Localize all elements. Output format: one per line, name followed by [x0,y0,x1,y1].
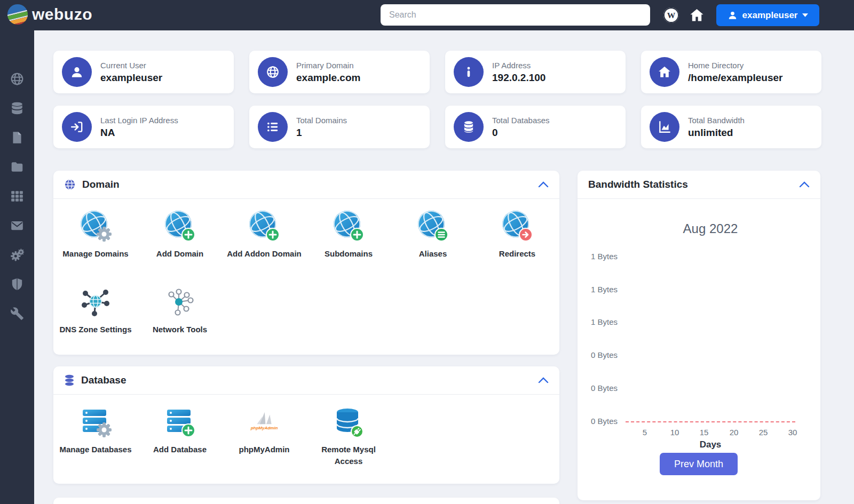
stat-card-home-directory: Home Directory /home/exampleuser [641,51,821,93]
tile-add-database[interactable]: Add Database [138,405,222,455]
stat-card-current-user: Current User exampleuser [53,51,234,93]
database-plug-icon [331,405,366,439]
chart-title: Aug 2022 [626,221,795,236]
sidebar-item-security[interactable] [10,277,24,291]
database-panel-header: Database [53,366,559,395]
webuzo-sphere-icon [6,3,29,26]
bandwidth-panel: Bandwidth Statistics Aug 2022 1 Bytes 1 … [578,171,820,500]
sidebar-item-mail[interactable] [10,219,24,233]
x-axis-label: Days [626,439,795,450]
tile-label: Aliases [419,248,447,260]
sidebar [0,30,34,504]
tile-redirects[interactable]: Redirects [475,210,559,260]
globe-gear-icon [78,210,113,244]
tile-subdomains[interactable]: Subdomains [306,210,391,260]
svg-text:W: W [667,11,676,20]
y-axis-tick: 1 Bytes [578,285,618,294]
phpmyadmin-wordmark: phpMyAdmin [250,426,278,430]
y-axis-tick: 0 Bytes [578,350,618,359]
user-menu-label: exampleuser [742,10,798,21]
tile-add-domain[interactable]: Add Domain [138,210,222,260]
phpmyadmin-logo: phpMyAdmin [247,405,281,439]
x-axis-tick: 30 [782,428,803,437]
y-axis-tick: 1 Bytes [578,317,618,326]
bandwidth-panel-header: Bandwidth Statistics [578,171,820,199]
globe-icon [64,179,76,190]
wordpress-icon[interactable]: W [663,7,679,26]
domain-panel-header: Domain [53,171,559,199]
collapse-database-button[interactable] [537,376,550,386]
prev-month-button[interactable]: Prev Month [660,453,738,475]
stat-value: 192.0.2.100 [492,72,545,84]
x-axis-tick: 10 [664,428,685,437]
info-icon [454,57,484,87]
stat-card-primary-domain: Primary Domain example.com [249,51,430,93]
y-axis-tick: 1 Bytes [578,252,618,261]
server-plus-icon [163,405,197,439]
sign-in-icon [62,112,92,142]
sidebar-item-apps[interactable] [10,189,24,203]
zero-bandwidth-line [626,421,795,422]
stat-card-ip-address: IP Address 192.0.2.100 [445,51,626,93]
chevron-up-icon [799,181,810,188]
tile-aliases[interactable]: Aliases [391,210,475,260]
stat-value: 1 [296,127,347,139]
y-axis-tick: 0 Bytes [578,383,618,393]
globe-icon [10,72,24,86]
panel-title: Domain [82,179,120,190]
y-axis-tick: 0 Bytes [578,417,618,426]
user-icon [728,10,738,20]
tile-network-tools[interactable]: Network Tools [138,285,222,335]
tile-remote-mysql-access[interactable]: Remote Mysql Access [306,405,391,467]
tile-manage-databases[interactable]: Manage Databases [53,405,138,455]
tile-label: Add Database [153,444,207,455]
sidebar-item-database[interactable] [10,101,24,115]
stat-label: Home Directory [688,61,782,70]
database-panel: Database Manage Databases Add Database p… [53,366,559,484]
settings-gears-icon [10,248,24,262]
folder-icon [10,160,24,174]
tile-label: Redirects [499,248,535,260]
sidebar-item-folders[interactable] [10,160,24,174]
area-chart-icon [650,112,679,142]
stat-label: Total Bandwidth [688,116,745,125]
shield-icon [10,277,24,291]
server-gear-icon [78,405,113,439]
stat-value: NA [100,127,178,139]
network-nodes-icon [163,285,197,319]
collapse-bandwidth-button[interactable] [798,180,811,190]
stat-value: example.com [296,72,360,84]
tile-dns-zone-settings[interactable]: DNS Zone Settings [53,285,138,335]
apps-grid-icon [10,189,24,203]
user-menu-button[interactable]: exampleuser [716,4,819,26]
sidebar-item-domain[interactable] [10,72,24,86]
collapse-domain-button[interactable] [537,180,550,190]
main-content: Current User exampleuser Primary Domain … [34,30,854,504]
stat-label: Total Domains [296,116,347,125]
tile-add-addon-domain[interactable]: Add Addon Domain [222,210,306,260]
search-bar [381,4,650,26]
tile-phpmyadmin[interactable]: phpMyAdmin phpMyAdmin [222,405,306,455]
sidebar-item-files[interactable] [10,131,24,145]
sidebar-item-settings[interactable] [10,248,24,262]
chevron-up-icon [538,181,549,188]
panel-title: Database [81,374,126,386]
tile-manage-domains[interactable]: Manage Domains [53,210,138,260]
user-icon [62,57,92,87]
home-icon[interactable] [689,7,705,25]
stat-value: /home/exampleuser [688,72,782,84]
webuzo-logo[interactable]: webuzo [6,3,92,26]
globe-plus-icon [331,210,366,244]
stat-value: unlimited [688,127,745,139]
search-input[interactable] [381,4,650,26]
x-axis-tick: 15 [693,428,715,437]
stat-card-total-databases: Total Databases 0 [445,106,626,148]
home-icon [650,57,679,87]
list-icon [258,112,288,142]
stat-label: Total Databases [492,116,550,125]
database-icon [454,112,484,142]
x-axis-tick: 25 [753,428,774,437]
sidebar-item-utilities[interactable] [10,307,24,321]
logo-text: webuzo [32,5,92,23]
stat-card-last-login-ip: Last Login IP Address NA [53,106,234,148]
